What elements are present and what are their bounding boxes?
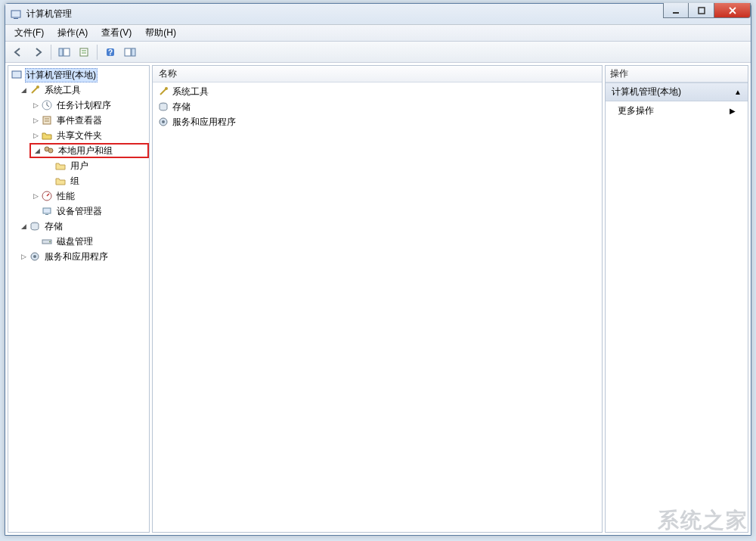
tree-event-viewer[interactable]: ▷ 事件查看器 bbox=[8, 113, 149, 128]
storage-icon bbox=[157, 101, 169, 113]
toolbar-separator bbox=[51, 45, 51, 60]
actions-pane: 操作 计算机管理(本地) ▲ 更多操作 ▶ bbox=[605, 65, 748, 533]
forward-button[interactable] bbox=[29, 44, 46, 61]
svg-rect-10 bbox=[132, 48, 135, 56]
svg-point-24 bbox=[33, 255, 36, 258]
collapse-arrow-icon: ▲ bbox=[734, 88, 742, 96]
disk-icon bbox=[41, 235, 53, 247]
svg-point-22 bbox=[49, 241, 51, 243]
shared-folder-icon bbox=[41, 129, 53, 141]
properties-button[interactable] bbox=[76, 44, 92, 61]
toolbar-separator bbox=[97, 45, 98, 60]
collapse-icon[interactable]: ▷ bbox=[31, 101, 40, 109]
tree-services-apps[interactable]: ▷ 服务和应用程序 bbox=[8, 249, 149, 264]
list-item-storage[interactable]: 存储 bbox=[153, 99, 602, 114]
collapse-icon[interactable]: ▷ bbox=[31, 192, 40, 200]
submenu-arrow-icon: ▶ bbox=[730, 107, 736, 115]
computer-management-icon bbox=[11, 69, 23, 81]
tree: 计算机管理(本地) ◢ 系统工具 ▷ 任务计划程序 bbox=[8, 66, 149, 266]
svg-point-16 bbox=[48, 148, 53, 153]
menubar: 文件(F) 操作(A) 查看(V) 帮助(H) bbox=[5, 25, 751, 42]
close-button[interactable] bbox=[714, 3, 751, 18]
svg-point-28 bbox=[162, 120, 165, 123]
tree-performance[interactable]: ▷ 性能 bbox=[8, 188, 149, 204]
menu-action[interactable]: 操作(A) bbox=[51, 25, 94, 41]
svg-rect-2 bbox=[673, 12, 679, 14]
list-item-services-apps[interactable]: 服务和应用程序 bbox=[153, 114, 602, 129]
help-button[interactable]: ? bbox=[102, 44, 119, 61]
tree-shared-folders[interactable]: ▷ 共享文件夹 bbox=[8, 128, 149, 143]
clock-icon bbox=[41, 99, 53, 111]
actions-header: 操作 bbox=[606, 66, 748, 82]
highlighted-selection: ◢ 本地用户和组 bbox=[29, 143, 149, 158]
svg-rect-11 bbox=[12, 71, 21, 78]
back-button[interactable] bbox=[10, 44, 26, 61]
tree-storage[interactable]: ◢ 存储 bbox=[8, 219, 149, 234]
collapse-icon[interactable]: ▷ bbox=[31, 117, 40, 124]
tree-system-tools[interactable]: ◢ 系统工具 bbox=[8, 82, 149, 98]
action-more[interactable]: 更多操作 ▶ bbox=[606, 101, 748, 120]
window-controls bbox=[663, 3, 751, 18]
device-manager-icon bbox=[41, 205, 53, 217]
column-header-name[interactable]: 名称 bbox=[153, 66, 602, 82]
tree-local-users-groups[interactable]: ◢ 本地用户和组 bbox=[33, 143, 117, 158]
services-icon bbox=[157, 116, 169, 128]
tree-groups[interactable]: ▷ 组 bbox=[8, 173, 149, 188]
tree-device-manager[interactable]: ▷ 设备管理器 bbox=[8, 204, 149, 219]
performance-icon bbox=[41, 190, 53, 202]
titlebar[interactable]: 计算机管理 bbox=[5, 4, 751, 25]
computer-management-window: 计算机管理 文件(F) 操作(A) 查看(V) 帮助(H) bbox=[5, 3, 751, 536]
tools-icon bbox=[157, 86, 169, 98]
maximize-button[interactable] bbox=[689, 3, 714, 18]
event-viewer-icon bbox=[41, 114, 53, 126]
tree-users[interactable]: ▷ 用户 bbox=[8, 158, 149, 173]
svg-rect-14 bbox=[43, 117, 51, 124]
expand-icon[interactable]: ◢ bbox=[19, 222, 28, 230]
svg-rect-0 bbox=[11, 11, 20, 17]
tree-root[interactable]: 计算机管理(本地) bbox=[8, 67, 149, 82]
svg-rect-1 bbox=[14, 18, 18, 19]
tree-task-scheduler[interactable]: ▷ 任务计划程序 bbox=[8, 98, 149, 113]
svg-point-12 bbox=[36, 86, 39, 89]
svg-rect-5 bbox=[64, 48, 70, 56]
users-groups-icon bbox=[42, 145, 54, 157]
svg-rect-4 bbox=[59, 48, 63, 56]
collapse-icon[interactable]: ▷ bbox=[19, 253, 28, 260]
menu-help[interactable]: 帮助(H) bbox=[139, 25, 182, 41]
svg-point-25 bbox=[165, 87, 168, 90]
app-icon bbox=[10, 8, 22, 20]
svg-text:?: ? bbox=[108, 48, 113, 57]
svg-rect-3 bbox=[699, 8, 705, 14]
window-title: 计算机管理 bbox=[26, 8, 72, 20]
list-item-system-tools[interactable]: 系统工具 bbox=[153, 84, 602, 99]
collapse-icon[interactable]: ▷ bbox=[31, 132, 40, 139]
list-pane: 名称 系统工具 存储 服务 bbox=[152, 65, 603, 533]
toolbar: ? bbox=[5, 42, 751, 63]
minimize-button[interactable] bbox=[663, 3, 689, 18]
tree-disk-management[interactable]: ▷ 磁盘管理 bbox=[8, 234, 149, 249]
list: 系统工具 存储 服务和应用程序 bbox=[153, 82, 602, 131]
content-area: 计算机管理(本地) ◢ 系统工具 ▷ 任务计划程序 bbox=[5, 63, 751, 535]
folder-icon bbox=[54, 175, 67, 187]
svg-rect-19 bbox=[45, 214, 48, 215]
menu-file[interactable]: 文件(F) bbox=[8, 25, 50, 41]
tools-icon bbox=[29, 84, 41, 96]
expand-icon[interactable]: ◢ bbox=[33, 147, 42, 154]
services-icon bbox=[29, 250, 41, 263]
svg-rect-6 bbox=[80, 48, 88, 56]
show-hide-action-pane-button[interactable] bbox=[122, 44, 138, 61]
show-hide-tree-button[interactable] bbox=[56, 44, 73, 61]
storage-icon bbox=[29, 220, 41, 232]
folder-icon bbox=[54, 160, 67, 172]
menu-view[interactable]: 查看(V) bbox=[95, 25, 138, 41]
svg-rect-9 bbox=[125, 48, 131, 56]
expand-icon[interactable]: ◢ bbox=[19, 86, 28, 94]
actions-context[interactable]: 计算机管理(本地) ▲ bbox=[606, 82, 748, 101]
tree-pane: 计算机管理(本地) ◢ 系统工具 ▷ 任务计划程序 bbox=[8, 65, 150, 533]
svg-rect-18 bbox=[43, 208, 51, 213]
